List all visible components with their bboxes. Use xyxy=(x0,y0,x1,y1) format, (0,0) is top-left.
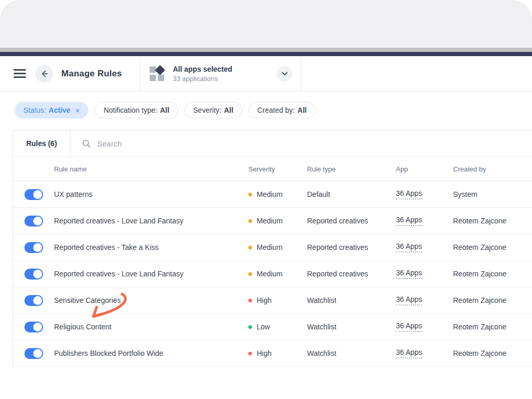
rule-name: Reported creatives - Take a Kiss xyxy=(54,243,248,251)
back-arrow-icon xyxy=(39,69,49,78)
severity-label: Medium xyxy=(257,270,283,278)
created-by: Reotem Zajcone xyxy=(453,296,532,304)
severity-dot xyxy=(248,352,252,355)
app-header: Manage Rules All apps selected 33 applic… xyxy=(0,56,532,91)
filter-label: Created by: xyxy=(257,106,295,114)
app-count-link[interactable]: 36 Apps xyxy=(396,189,422,200)
rule-enabled-toggle[interactable] xyxy=(24,216,43,227)
app-count-link[interactable]: 36 Apps xyxy=(396,242,422,252)
col-rule-name: Rule name xyxy=(54,165,248,173)
window-silver-strip xyxy=(0,48,532,52)
hamburger-menu-icon[interactable] xyxy=(14,69,26,78)
rule-type: Reported creatives xyxy=(307,217,396,225)
created-by: Reotem Zajcone xyxy=(453,243,532,251)
rule-name: Reported creatives - Love Land Fantasy xyxy=(54,217,248,225)
rule-name: Sensitive Categories xyxy=(54,296,248,304)
apps-grid-icon xyxy=(150,66,164,81)
window-top-cap xyxy=(0,0,532,48)
search-input[interactable]: Search xyxy=(71,130,532,156)
table-row: Reported creatives - Love Land Fantasy M… xyxy=(13,261,532,287)
app-selector-subtitle: 33 applications xyxy=(173,75,232,83)
app-count-link[interactable]: 36 Apps xyxy=(396,322,422,332)
table-header: Rule name Serverity Rule type App Create… xyxy=(13,156,532,181)
search-icon xyxy=(82,139,91,148)
page-title: Manage Rules xyxy=(61,69,122,79)
rule-enabled-toggle[interactable] xyxy=(24,348,43,359)
filter-label: Severity: xyxy=(193,106,221,114)
filter-value: All xyxy=(224,106,233,114)
filter-chip-created-by[interactable]: Created by: All xyxy=(248,102,315,118)
app-count-link[interactable]: 36 Apps xyxy=(396,348,422,358)
rule-type: Reported creatives xyxy=(307,243,396,251)
severity-dot xyxy=(248,299,252,302)
rule-enabled-toggle[interactable] xyxy=(24,295,43,306)
rule-enabled-toggle[interactable] xyxy=(24,242,43,253)
rule-enabled-toggle[interactable] xyxy=(24,189,43,200)
filter-chip-notification-type[interactable]: Notification type: All xyxy=(95,102,178,118)
rule-type: Watchlist xyxy=(307,349,396,357)
app-selector-title: All apps selected xyxy=(173,65,232,73)
rule-name: Reported creatives - Love Land Fantasy xyxy=(54,270,248,278)
rule-enabled-toggle[interactable] xyxy=(24,269,43,280)
filter-label: Status: xyxy=(23,106,46,114)
filter-chip-status[interactable]: Status: Active × xyxy=(15,102,88,118)
severity-label: Medium xyxy=(257,243,283,251)
table-row: Reported creatives - Take a Kiss Medium … xyxy=(13,234,532,261)
col-severity: Serverity xyxy=(248,165,307,173)
created-by: System xyxy=(453,190,532,198)
severity-label: Medium xyxy=(257,217,283,225)
severity-label: Low xyxy=(257,323,270,331)
table-row: Religious Content Low Watchlist 36 Apps … xyxy=(13,314,532,340)
table-body: UX patterns Medium Default 36 Apps Syste… xyxy=(13,181,532,367)
rule-type: Reported creatives xyxy=(307,270,396,278)
filter-value: Active xyxy=(49,106,71,114)
rule-type: Watchlist xyxy=(307,296,396,304)
rule-type: Default xyxy=(307,190,396,198)
table-row: UX patterns Medium Default 36 Apps Syste… xyxy=(13,181,532,208)
close-icon[interactable]: × xyxy=(75,107,80,114)
filter-value: All xyxy=(298,106,307,114)
rule-name: Publishers Blocked Portfolio Wide xyxy=(54,349,248,357)
app-count-link[interactable]: 36 Apps xyxy=(396,216,422,226)
severity-dot xyxy=(248,219,252,223)
severity-dot xyxy=(248,193,252,196)
rule-name: Religious Content xyxy=(54,323,248,331)
col-created-by: Created by xyxy=(453,165,532,173)
severity-dot xyxy=(248,272,252,276)
rule-enabled-toggle[interactable] xyxy=(24,322,43,332)
app-window: Manage Rules All apps selected 33 applic… xyxy=(0,0,532,399)
rules-card: Rules (6) Search Rule name Serverity Rul… xyxy=(12,130,532,367)
app-count-link[interactable]: 36 Apps xyxy=(396,295,422,305)
severity-dot xyxy=(248,246,252,249)
severity-dot xyxy=(248,325,252,329)
chevron-down-icon[interactable] xyxy=(277,66,292,82)
filter-value: All xyxy=(160,106,169,114)
app-selector[interactable]: All apps selected 33 applications xyxy=(140,56,301,91)
severity-label: Medium xyxy=(257,190,283,198)
back-button[interactable] xyxy=(35,65,53,83)
table-row: Publishers Blocked Portfolio Wide High W… xyxy=(13,340,532,367)
created-by: Reotem Zajcone xyxy=(453,217,532,225)
tabs-row: Rules (6) Search xyxy=(13,130,532,156)
col-app: App xyxy=(396,165,453,173)
search-placeholder: Search xyxy=(97,139,122,148)
created-by: Reotem Zajcone xyxy=(453,349,532,357)
col-rule-type: Rule type xyxy=(307,165,396,173)
table-row: Sensitive Categories High Watchlist 36 A… xyxy=(13,287,532,314)
filter-label: Notification type: xyxy=(103,106,157,114)
severity-label: High xyxy=(257,349,272,357)
rule-name: UX patterns xyxy=(54,190,248,198)
created-by: Reotem Zajcone xyxy=(453,323,532,331)
severity-label: High xyxy=(257,296,272,304)
tab-rules[interactable]: Rules (6) xyxy=(13,130,71,156)
filter-bar: Status: Active × Notification type: All … xyxy=(0,91,532,130)
filter-chip-severity[interactable]: Severity: All xyxy=(184,102,242,118)
created-by: Reotem Zajcone xyxy=(453,270,532,278)
table-row: Reported creatives - Love Land Fantasy M… xyxy=(13,208,532,234)
app-count-link[interactable]: 36 Apps xyxy=(396,269,422,279)
rule-type: Watchlist xyxy=(307,323,396,331)
